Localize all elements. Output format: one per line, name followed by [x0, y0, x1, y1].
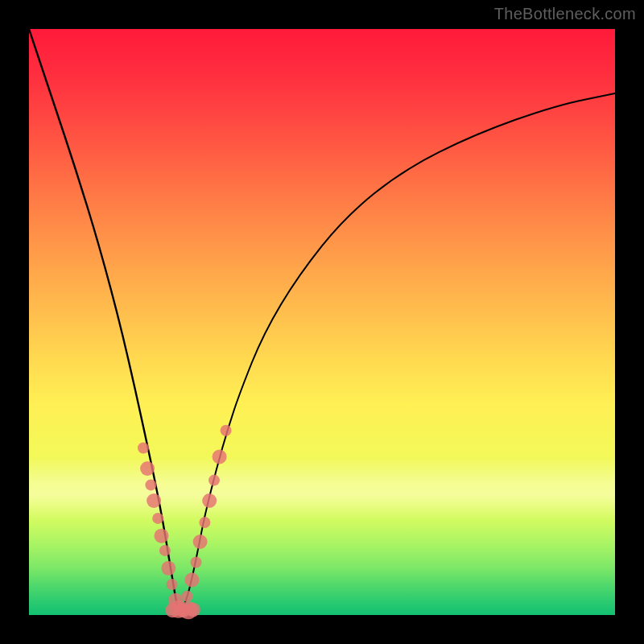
scatter-dot	[138, 443, 149, 454]
chart-container: TheBottleneck.com	[0, 0, 644, 644]
scatter-dot	[193, 535, 208, 549]
watermark-text: TheBottleneck.com	[494, 5, 636, 23]
scatter-dot	[186, 602, 200, 617]
scatter-dot	[145, 479, 156, 490]
chart-svg	[29, 29, 615, 615]
scatter-dot	[221, 425, 232, 436]
scatter-dot	[199, 517, 210, 528]
scatter-dot	[147, 493, 161, 508]
scatter-dots	[138, 425, 232, 620]
scatter-dot	[159, 545, 171, 556]
scatter-dot	[167, 579, 178, 590]
scatter-dot	[182, 591, 193, 602]
scatter-dot	[161, 561, 175, 576]
scatter-dot	[213, 449, 227, 464]
curve-left-branch	[29, 29, 181, 612]
scatter-dot	[152, 513, 163, 524]
curve-right-branch	[179, 93, 615, 612]
scatter-dot	[191, 557, 202, 568]
scatter-dot	[140, 461, 155, 476]
scatter-dot	[208, 475, 220, 486]
scatter-dot	[155, 529, 169, 543]
plot-area	[29, 29, 615, 615]
scatter-dot	[184, 572, 199, 587]
scatter-dot	[202, 493, 217, 508]
